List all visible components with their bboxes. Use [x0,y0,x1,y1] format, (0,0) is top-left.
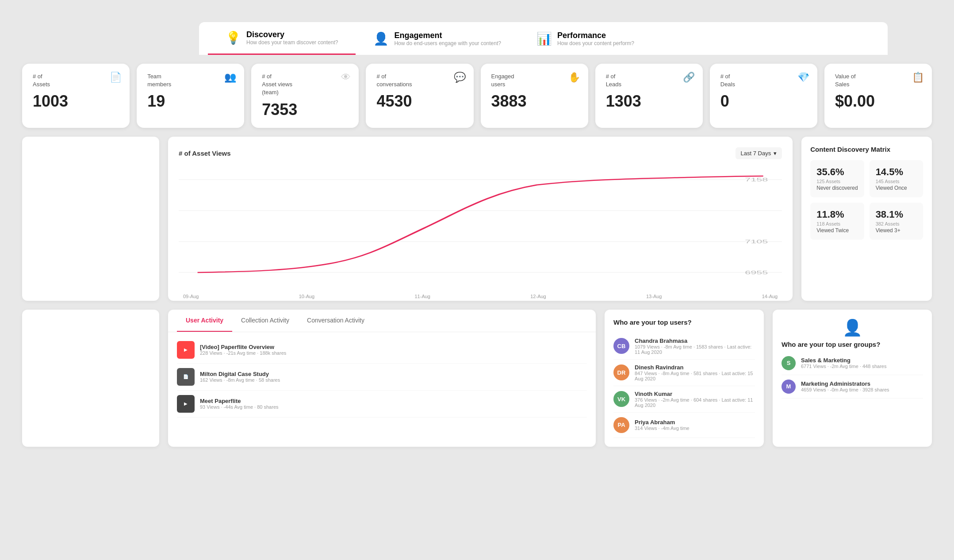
matrix-cell-3: 38.1% 382 Assets Viewed 3+ [870,203,923,240]
activity-meta-1: 162 Views · -8m Avg time · 58 shares [200,377,280,383]
engagement-icon: 👤 [373,31,389,46]
svg-text:7105: 7105 [745,238,768,244]
matrix-assets-1: 145 Assets [876,179,917,184]
group-meta-1: 4659 Views · -0m Avg time · 3928 shares [801,387,889,392]
tab-collection-activity[interactable]: Collection Activity [232,310,298,332]
activity-title-0: [Video] Paperflite Overview [200,344,286,350]
matrix-label-3: Viewed 3+ [876,227,917,234]
assets-label: # ofAssets [33,73,119,88]
matrix-assets-0: 125 Assets [816,179,858,184]
activity-meta-0: 228 Views · -21s Avg time · 188k shares [200,350,286,356]
top-users-title: Who are your top users? [613,318,755,326]
x-label-2: 11-Aug [415,294,430,299]
team-value: 19 [147,92,234,111]
left-panel [22,137,159,301]
x-label-0: 09-Aug [183,294,199,299]
activity-info-2: Meet Paperflite 93 Views · -44s Avg time… [200,398,279,410]
group-item-1: M Marketing Administrators 4659 Views · … [782,375,923,399]
user-meta-2: 376 Views · -2m Avg time · 604 shares · … [635,397,755,408]
user-meta-1: 847 Views · -8m Avg time · 581 shares · … [635,371,755,381]
user-item-2: VK Vinoth Kumar 376 Views · -2m Avg time… [613,386,755,413]
x-label-3: 12-Aug [530,294,546,299]
chart-title: # of Asset Views [179,150,231,157]
matrix-pct-0: 35.6% [816,166,858,178]
assets-value: 1003 [33,92,119,111]
activity-title-1: Milton Digital Case Study [200,371,280,377]
chart-header: # of Asset Views Last 7 Days ▾ [179,147,782,159]
user-item-3: PA Priya Abraham 314 Views · -4m Avg tim… [613,413,755,438]
user-item-1: DR Dinesh Ravindran 847 Views · -8m Avg … [613,360,755,386]
tab-discovery[interactable]: 💡 Discovery How does your team discover … [208,22,356,55]
user-meta-3: 314 Views · -4m Avg time [635,426,690,431]
tab-performance[interactable]: 📊 Performance How does your content perf… [519,22,652,55]
user-name-1: Dinesh Ravindran [635,364,755,371]
tab-discovery-title: Discovery [246,30,338,39]
activity-item-0: ▶ [Video] Paperflite Overview 228 Views … [177,337,587,364]
assets-icon: 📄 [110,72,122,83]
tab-user-activity[interactable]: User Activity [177,310,232,332]
metric-leads: 🔗 # ofLeads 1303 [595,64,703,128]
group-name-1: Marketing Administrators [801,380,889,387]
chart-svg: 7158 7105 6955 [179,166,782,290]
tab-conversation-activity[interactable]: Conversation Activity [298,310,373,332]
group-avatar-1: M [782,380,796,394]
sales-value: $0.00 [835,92,921,111]
matrix-grid: 35.6% 125 Assets Never discovered 14.5% … [810,160,923,240]
discovery-matrix: Content Discovery Matrix 35.6% 125 Asset… [801,137,932,301]
performance-icon: 📊 [536,31,552,46]
activity-title-2: Meet Paperflite [200,398,279,404]
discovery-icon: 💡 [226,31,241,45]
svg-text:6955: 6955 [745,269,768,275]
chart-x-labels: 09-Aug 10-Aug 11-Aug 12-Aug 13-Aug 14-Au… [179,294,782,299]
asset-views-icon: 👁 [341,72,351,83]
tab-performance-subtitle: How does your content perform? [557,40,634,46]
top-users-panel: Who are your top users? CB Chandra Brahm… [605,310,764,447]
user-info-0: Chandra Brahmasa 1079 Views · -8m Avg ti… [635,338,755,355]
matrix-label-0: Never discovered [816,185,858,191]
user-name-2: Vinoth Kumar [635,391,755,397]
matrix-label-1: Viewed Once [876,185,917,191]
engaged-users-icon: ✋ [568,72,580,83]
activity-info-0: [Video] Paperflite Overview 228 Views · … [200,344,286,356]
deals-label: # ofDeals [720,73,807,88]
deals-value: 0 [720,92,807,111]
metric-assets: 📄 # ofAssets 1003 [22,64,130,128]
bottom-area: User Activity Collection Activity Conver… [22,310,932,447]
activity-thumb-2: ▶ [177,395,195,413]
x-label-5: 14-Aug [762,294,778,299]
group-item-0: S Sales & Marketing 6771 Views · -2m Avg… [782,352,923,375]
tab-discovery-subtitle: How does your team discover content? [246,39,338,46]
nav-tabs: 💡 Discovery How does your team discover … [199,22,888,55]
activity-tabs: User Activity Collection Activity Conver… [168,310,596,332]
leads-icon: 🔗 [683,72,695,83]
chart-filter-dropdown[interactable]: Last 7 Days ▾ [736,147,782,159]
top-groups-panel: 👤 Who are your top user groups? S Sales … [773,310,932,447]
activity-info-1: Milton Digital Case Study 162 Views · -8… [200,371,280,383]
group-avatar-0: S [782,356,796,370]
x-label-4: 13-Aug [646,294,662,299]
x-label-1: 10-Aug [299,294,314,299]
metric-deals: 💎 # ofDeals 0 [710,64,817,128]
matrix-cell-2: 11.8% 118 Assets Viewed Twice [810,203,864,240]
content-area: # of Asset Views Last 7 Days ▾ 7158 7105 [22,137,932,301]
matrix-cell-0: 35.6% 125 Assets Never discovered [810,160,864,197]
user-name-0: Chandra Brahmasa [635,338,755,344]
activity-thumb-0: ▶ [177,341,195,359]
user-meta-0: 1079 Views · -8m Avg time · 1583 shares … [635,344,755,355]
activity-list: ▶ [Video] Paperflite Overview 228 Views … [168,332,596,422]
leads-label: # ofLeads [606,73,692,88]
user-avatar-1: DR [613,364,629,380]
matrix-assets-2: 118 Assets [816,221,858,226]
team-icon: 👥 [224,72,236,83]
user-name-3: Priya Abraham [635,419,690,426]
conversations-label: # ofconversations [376,73,463,88]
matrix-cell-1: 14.5% 145 Assets Viewed Once [870,160,923,197]
matrix-pct-1: 14.5% [876,166,917,178]
tab-engagement[interactable]: 👤 Engagement How do end-users engage wit… [356,22,518,55]
activity-panel: User Activity Collection Activity Conver… [168,310,596,447]
conversations-icon: 💬 [454,72,466,83]
matrix-assets-3: 382 Assets [876,221,917,226]
chart-area: 7158 7105 6955 09-Aug 10-Aug 11-Aug 12-A… [179,166,782,290]
user-info-3: Priya Abraham 314 Views · -4m Avg time [635,419,690,431]
user-avatar-3: PA [613,417,629,433]
